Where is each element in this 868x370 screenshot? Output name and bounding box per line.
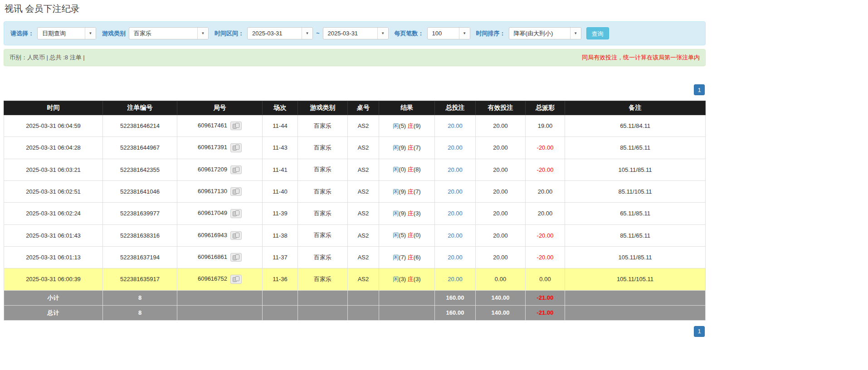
date-range-label: 时间区间：	[215, 29, 244, 38]
table-row: 2025-03-31 06:01:13522381637194609616861…	[4, 246, 706, 268]
cards-icon	[233, 189, 239, 195]
cell-game-type: 百家乐	[298, 180, 348, 202]
date-separator: ~	[316, 30, 320, 37]
cell-time: 2025-03-31 06:01:13	[4, 246, 103, 268]
total-bet-link[interactable]: 20.00	[448, 188, 463, 195]
view-round-button[interactable]	[230, 143, 242, 152]
total-bet-link[interactable]: 20.00	[448, 232, 463, 239]
cell-table-no: AS2	[348, 203, 379, 224]
cell-valid-bet: 20.00	[476, 137, 526, 159]
summary-valid-bet: 140.00	[476, 305, 526, 320]
summary-bar: 币别：人民币 | 总共 :8 注单 | 同局有效投注，统一计算在该局第一张注单内	[4, 49, 706, 66]
view-round-button[interactable]	[230, 253, 242, 262]
banker-result-score: (0)	[414, 232, 421, 239]
cell-note: 105.11/105.11	[565, 268, 706, 290]
cell-result: 闲(9) 庄(3)	[379, 203, 435, 224]
banker-result-score: (6)	[414, 254, 421, 261]
cell-time: 2025-03-31 06:04:28	[4, 137, 103, 159]
chevron-down-icon[interactable]: ▼	[85, 28, 96, 39]
total-bet-link[interactable]: 20.00	[448, 276, 463, 282]
pagination-bottom: 1	[4, 326, 705, 337]
table-row: 2025-03-31 06:04:28522381644967609617391…	[4, 137, 706, 159]
cell-round: 609617209	[177, 159, 263, 180]
game-type-select[interactable]: 百家乐 ▼	[129, 27, 209, 39]
view-round-button[interactable]	[230, 275, 242, 283]
page-title: 视讯 会员下注纪录	[5, 3, 706, 15]
banker-result-label: 庄	[408, 232, 414, 239]
cell-total-bet: 20.00	[435, 137, 476, 159]
cards-icon	[233, 254, 239, 260]
chevron-down-icon[interactable]: ▼	[570, 28, 581, 39]
cell-valid-bet: 20.00	[476, 180, 526, 202]
page-1-button[interactable]: 1	[694, 84, 705, 95]
table-row: 2025-03-31 06:02:24522381639977609617049…	[4, 203, 706, 224]
summary-empty-cell	[177, 290, 263, 305]
total-bet-link[interactable]: 20.00	[448, 166, 463, 173]
page-size-select[interactable]: 100 ▼	[427, 27, 470, 39]
cell-note: 85.11/105.11	[565, 180, 706, 202]
player-result-label: 闲	[393, 166, 399, 173]
cell-table-no: AS2	[348, 246, 379, 268]
summary-label: 小计	[4, 290, 103, 305]
cell-result: 闲(3) 庄(3)	[379, 268, 435, 290]
game-type-label: 游戏类别	[102, 29, 126, 38]
date-from-select[interactable]: 2025-03-31 ▼	[247, 27, 313, 39]
round-number: 609617461	[198, 122, 227, 129]
column-header: 桌号	[348, 101, 379, 115]
table-header-row: 时间注单编号局号场次游戏类别桌号结果总投注有效投注总派彩备注	[4, 101, 706, 115]
column-header: 有效投注	[476, 101, 526, 115]
cell-session: 11-41	[263, 159, 298, 180]
player-result-score: (5)	[399, 122, 406, 129]
player-result-label: 闲	[393, 254, 399, 261]
sort-order-select[interactable]: 降幂(由大到小) ▼	[509, 27, 581, 39]
cell-note: 105.11/85.11	[565, 159, 706, 180]
cell-round: 609616943	[177, 224, 263, 246]
summary-row: 总计8160.00140.00-21.00	[4, 305, 706, 320]
cell-payout: 20.00	[526, 180, 565, 202]
summary-payout: -21.00	[526, 290, 565, 305]
column-header: 游戏类别	[298, 101, 348, 115]
column-header: 总派彩	[526, 101, 565, 115]
cell-note: 65.11/84.11	[565, 115, 706, 137]
cell-round: 609616752	[177, 268, 263, 290]
banker-result-label: 庄	[408, 144, 414, 151]
sort-order-label: 时间排序：	[476, 29, 506, 38]
cell-session: 11-37	[263, 246, 298, 268]
cell-valid-bet: 20.00	[476, 115, 526, 137]
cards-icon	[233, 167, 239, 173]
round-number: 609617130	[198, 188, 227, 195]
column-header: 备注	[565, 101, 706, 115]
view-round-button[interactable]	[230, 187, 242, 196]
column-header: 局号	[177, 101, 263, 115]
query-type-select[interactable]: 日期查询 ▼	[37, 27, 96, 39]
page-1-button[interactable]: 1	[694, 326, 705, 337]
page-size-label: 每页笔数：	[395, 29, 424, 38]
total-bet-link[interactable]: 20.00	[448, 144, 463, 151]
cell-total-bet: 20.00	[435, 203, 476, 224]
banker-result-score: (7)	[414, 188, 421, 195]
date-to-value: 2025-03-31	[323, 28, 377, 39]
banker-result-label: 庄	[408, 122, 414, 129]
view-round-button[interactable]	[230, 231, 242, 240]
table-row: 2025-03-31 06:00:39522381635917609616752…	[4, 268, 706, 290]
player-result-score: (9)	[399, 144, 406, 151]
round-number: 609617049	[198, 209, 227, 216]
cell-result: 闲(0) 庄(8)	[379, 159, 435, 180]
total-bet-link[interactable]: 20.00	[448, 210, 463, 217]
view-round-button[interactable]	[230, 122, 242, 130]
chevron-down-icon[interactable]: ▼	[459, 28, 470, 39]
total-bet-link[interactable]: 20.00	[448, 254, 463, 261]
view-round-button[interactable]	[230, 166, 242, 174]
summary-count: 8	[103, 305, 177, 320]
cell-bet-id: 522381639977	[103, 203, 177, 224]
cell-bet-id: 522381644967	[103, 137, 177, 159]
search-button[interactable]: 查询	[586, 27, 609, 39]
chevron-down-icon[interactable]: ▼	[197, 28, 208, 39]
chevron-down-icon[interactable]: ▼	[302, 28, 312, 39]
date-to-select[interactable]: 2025-03-31 ▼	[323, 27, 389, 39]
total-bet-link[interactable]: 20.00	[448, 122, 463, 129]
summary-empty-cell	[565, 305, 706, 320]
view-round-button[interactable]	[230, 209, 242, 218]
chevron-down-icon[interactable]: ▼	[377, 28, 388, 39]
cell-valid-bet: 0.00	[476, 268, 526, 290]
